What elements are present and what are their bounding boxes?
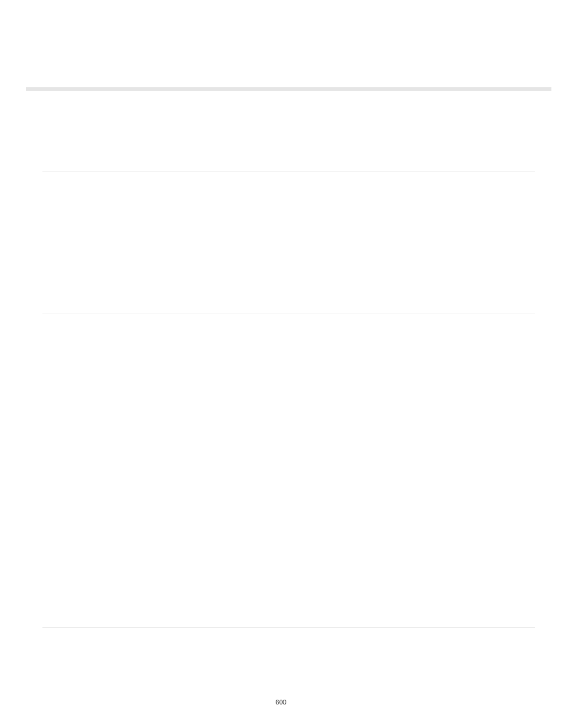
horizontal-divider	[42, 171, 535, 172]
page-number: 600	[0, 699, 562, 706]
top-divider-bar	[26, 87, 551, 91]
horizontal-divider	[42, 627, 535, 628]
horizontal-divider	[42, 314, 535, 314]
